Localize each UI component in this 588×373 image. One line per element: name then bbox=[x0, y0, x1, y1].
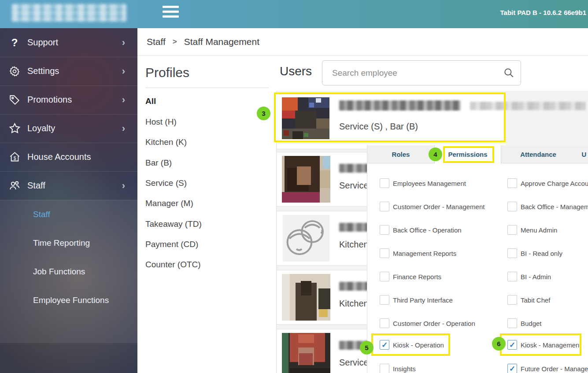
checkbox-unchecked-icon[interactable] bbox=[380, 295, 389, 305]
profile-filter-payment[interactable]: Payment (CD) bbox=[145, 240, 198, 249]
search-input[interactable] bbox=[331, 61, 500, 85]
sidebar-subitem-job-functions[interactable]: Job Functions bbox=[33, 257, 134, 286]
checkbox-checked-icon[interactable]: ✓ bbox=[507, 364, 517, 373]
permission-row[interactable]: Management Reports bbox=[380, 248, 456, 259]
profile-filter-takeaway[interactable]: Takeaway (TD) bbox=[145, 219, 202, 229]
checkbox-unchecked-icon[interactable] bbox=[507, 318, 517, 328]
user-roles: Kitchen bbox=[339, 299, 369, 309]
hamburger-menu-icon[interactable] bbox=[163, 6, 179, 18]
user-roles: Service bbox=[339, 358, 369, 368]
search-icon[interactable] bbox=[503, 67, 514, 80]
permission-row[interactable]: Finance Reports bbox=[380, 271, 441, 282]
annotation-badge-5: 5 bbox=[360, 341, 374, 355]
sidebar-item-loyalty[interactable]: Loyalty › bbox=[0, 114, 137, 143]
profiles-panel: Profiles All Host (H) Kitchen (K) Bar (B… bbox=[137, 55, 277, 373]
user-avatar bbox=[282, 156, 330, 203]
user-avatar-placeholder bbox=[282, 215, 330, 262]
highlight-box-selected-user bbox=[274, 92, 506, 142]
profile-filter-bar[interactable]: Bar (B) bbox=[145, 158, 172, 168]
users-header: Users bbox=[276, 55, 588, 91]
permission-row[interactable]: Employees Management bbox=[380, 178, 466, 188]
app-version-label: Tabit PAD B - 10.6.2 bbox=[500, 9, 562, 16]
permission-row-kiosk-management[interactable]: ✓Kiosk - Management bbox=[507, 340, 581, 350]
checkbox-unchecked-icon[interactable] bbox=[380, 178, 389, 188]
permission-row[interactable]: BI - Admin bbox=[507, 271, 551, 282]
staff-submenu: Staff Time Reporting Job Functions Emplo… bbox=[0, 200, 137, 343]
checkbox-unchecked-icon[interactable] bbox=[507, 202, 517, 211]
checkbox-unchecked-icon[interactable] bbox=[380, 272, 389, 281]
breadcrumb: Staff > Staff Management bbox=[137, 28, 588, 56]
star-icon bbox=[7, 122, 22, 134]
sidebar-item-settings[interactable]: Settings › bbox=[0, 57, 137, 86]
permission-row[interactable]: Back Office - Operation bbox=[380, 225, 462, 235]
permission-row[interactable]: Customer Order - Management bbox=[380, 201, 484, 212]
checkbox-unchecked-icon[interactable] bbox=[507, 225, 517, 235]
sidebar-subitem-employee-functions[interactable]: Employee Functions bbox=[33, 286, 134, 314]
tag-icon bbox=[7, 94, 22, 106]
user-roles: Kitchen bbox=[339, 240, 369, 250]
question-icon: ? bbox=[7, 37, 22, 49]
employee-search-box[interactable] bbox=[322, 60, 521, 85]
chevron-right-icon: › bbox=[122, 94, 125, 106]
profile-filter-all[interactable]: All bbox=[145, 96, 156, 106]
checkbox-unchecked-icon[interactable] bbox=[380, 318, 389, 328]
permissions-panel: Roles Permissions Attendance U Employees… bbox=[367, 145, 588, 373]
checkbox-unchecked-icon[interactable] bbox=[507, 248, 517, 258]
top-bar: Tabit PAD B - 10.6.2 66e9b1 bbox=[0, 0, 588, 28]
permission-row[interactable]: Approve Charge Account bbox=[507, 178, 588, 188]
permission-row[interactable]: Customer Order - Operation bbox=[380, 318, 475, 329]
checkbox-unchecked-icon[interactable] bbox=[507, 295, 517, 305]
tab-clipped[interactable]: U bbox=[578, 145, 588, 163]
profile-filter-kitchen[interactable]: Kitchen (K) bbox=[145, 137, 187, 147]
permission-row[interactable]: Tabit Chef bbox=[507, 295, 551, 305]
chevron-right-icon: › bbox=[122, 180, 125, 192]
annotation-badge-3: 3 bbox=[257, 107, 270, 120]
sidebar-item-promotions[interactable]: Promotions › bbox=[0, 85, 137, 114]
breadcrumb-staff-management: Staff Management bbox=[184, 37, 259, 47]
checkbox-unchecked-icon[interactable] bbox=[507, 272, 517, 281]
checkbox-unchecked-icon[interactable] bbox=[380, 202, 389, 211]
permission-row[interactable]: Back Office - Management bbox=[507, 201, 588, 212]
breadcrumb-staff[interactable]: Staff bbox=[147, 37, 166, 47]
profiles-title: Profiles bbox=[145, 65, 189, 80]
profile-filter-counter[interactable]: Counter (OTC) bbox=[145, 260, 201, 270]
tab-attendance[interactable]: Attendance bbox=[500, 145, 576, 163]
staff-management-screen: Tabit PAD B - 10.6.2 66e9b1 ? Support › … bbox=[0, 0, 588, 373]
profile-filter-manager[interactable]: Manager (M) bbox=[145, 199, 193, 208]
sidebar-subitem-staff[interactable]: Staff bbox=[33, 200, 134, 229]
sidebar: ? Support › Settings › Promotions › Loya… bbox=[0, 28, 137, 373]
sidebar-item-support[interactable]: ? Support › bbox=[0, 28, 137, 57]
annotation-badge-4: 4 bbox=[429, 148, 442, 161]
chevron-right-icon: › bbox=[122, 66, 125, 77]
permission-row[interactable]: Menu Admin bbox=[507, 225, 557, 235]
gear-icon bbox=[7, 66, 22, 77]
checkbox-checked-icon[interactable]: ✓ bbox=[507, 340, 517, 350]
checkbox-unchecked-icon[interactable] bbox=[380, 225, 389, 235]
build-id-label: 66e9b1 bbox=[564, 9, 586, 16]
permission-row[interactable]: Insights bbox=[380, 363, 416, 373]
permission-row[interactable]: Budget bbox=[507, 318, 542, 329]
permission-row-future-order[interactable]: ✓Future Order - Management bbox=[507, 363, 588, 373]
users-title: Users bbox=[280, 64, 312, 78]
divider bbox=[145, 88, 269, 88]
tab-permissions[interactable]: Permissions bbox=[434, 145, 501, 163]
breadcrumb-separator-icon: > bbox=[173, 37, 177, 46]
checkbox-unchecked-icon[interactable] bbox=[380, 364, 389, 373]
permission-row[interactable]: Third Party Interface bbox=[380, 295, 453, 305]
svg-text:$: $ bbox=[13, 156, 16, 161]
profile-filter-host[interactable]: Host (H) bbox=[145, 117, 177, 127]
checkbox-unchecked-icon[interactable] bbox=[380, 248, 389, 258]
permission-row-kiosk-operation[interactable]: ✓Kiosk - Operation bbox=[380, 340, 444, 350]
sidebar-item-house-accounts[interactable]: $ House Accounts bbox=[0, 143, 137, 172]
checkbox-checked-icon[interactable]: ✓ bbox=[380, 340, 389, 350]
permission-row[interactable]: BI - Read only bbox=[507, 248, 562, 259]
checkbox-unchecked-icon[interactable] bbox=[507, 178, 517, 188]
house-dollar-icon: $ bbox=[7, 151, 22, 163]
sidebar-item-staff[interactable]: Staff › bbox=[0, 171, 137, 200]
tab-roles[interactable]: Roles bbox=[367, 145, 434, 163]
restaurant-logo-blurred bbox=[12, 4, 126, 22]
profile-filter-service[interactable]: Service (S) bbox=[145, 178, 187, 188]
chevron-right-icon: › bbox=[122, 123, 125, 134]
sidebar-subitem-time-reporting[interactable]: Time Reporting bbox=[33, 229, 134, 257]
people-icon bbox=[7, 180, 22, 192]
